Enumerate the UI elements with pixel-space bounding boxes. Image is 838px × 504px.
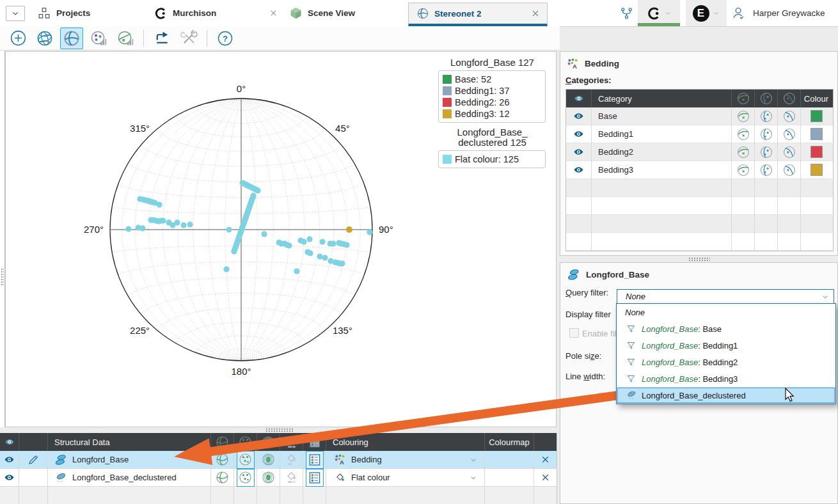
colour-cell[interactable] (801, 107, 832, 125)
pole-plot-toggle[interactable] (755, 107, 778, 125)
category-column-header[interactable]: Category (592, 90, 732, 107)
visibility-cell[interactable] (566, 107, 592, 125)
pole-plot-toggle[interactable] (755, 161, 778, 179)
dropdown-item-bedding1[interactable]: Longford_Base: Bedding1 (617, 337, 835, 354)
export-button[interactable] (150, 28, 173, 49)
tab-stereonet-2[interactable]: Stereonet 2 (408, 3, 548, 27)
toolbar-divider (207, 30, 207, 47)
visibility-cell[interactable] (566, 125, 592, 143)
3d-sphere-button[interactable] (33, 28, 56, 49)
legend-column-header[interactable] (303, 433, 326, 451)
user-menu[interactable]: Harper Greywacke (731, 0, 825, 26)
name-cell[interactable]: Longford_Base (48, 451, 211, 469)
poles-toggle[interactable] (234, 451, 257, 469)
splitter-grip[interactable] (688, 257, 710, 262)
id-button[interactable]: E (686, 0, 727, 26)
remove-row-button[interactable] (534, 451, 557, 469)
table-row-longford-base-declustered[interactable]: Longford_Base_declustered Flat colour (0, 469, 557, 487)
mean-plane-toggle[interactable] (732, 143, 755, 161)
nav-projects[interactable]: Projects (37, 0, 90, 26)
colouring-cell[interactable]: Flat colour (326, 469, 485, 487)
category-row-base[interactable]: Base (566, 107, 833, 125)
colour-format-button[interactable] (280, 451, 303, 469)
colour-format-button[interactable] (280, 469, 303, 487)
colourmap-cell[interactable] (485, 469, 534, 487)
mean-plane-toggle[interactable] (732, 161, 755, 179)
active-product-indicator (638, 23, 680, 26)
colour-format-column-header[interactable] (280, 433, 303, 451)
right-panel-splitter[interactable] (560, 256, 838, 262)
colour-column-header[interactable]: Colour (801, 90, 832, 107)
poles-toggle[interactable] (234, 469, 257, 487)
table-row-longford-base[interactable]: Longford_Base Bedding (0, 451, 557, 469)
contours-toggle[interactable] (257, 469, 280, 487)
tab-murchison[interactable]: Murchison (154, 0, 216, 26)
great-circle-toggle[interactable] (778, 161, 801, 179)
colourmap-column-header[interactable]: Colourmap (485, 433, 534, 451)
splitter-grip[interactable] (1, 268, 4, 286)
mean-plane-toggle[interactable] (732, 125, 755, 143)
new-stereonet-button[interactable] (6, 28, 29, 49)
colouring-cell[interactable]: Bedding (326, 451, 485, 469)
legend-toggle[interactable] (303, 469, 326, 487)
category-row-bedding1[interactable]: Bedding1 (566, 125, 833, 143)
eye-icon (573, 129, 584, 139)
dropdown-item-bedding3[interactable]: Longford_Base: Bedding3 (617, 370, 835, 387)
great-circle-toggle[interactable] (778, 125, 801, 143)
toolbar-divider (143, 30, 144, 47)
edit-cell[interactable] (19, 451, 48, 469)
splitter-grip[interactable] (265, 428, 294, 432)
visibility-cell[interactable] (566, 161, 592, 179)
name-cell[interactable]: Longford_Base_declustered (48, 469, 211, 487)
pole-plot-toggle[interactable] (755, 125, 778, 143)
central-product-button[interactable] (638, 0, 680, 26)
legend-toggle[interactable] (303, 451, 326, 469)
close-icon[interactable] (269, 8, 278, 18)
tab-scene-view[interactable]: Scene View (289, 0, 355, 26)
category-row-bedding3[interactable]: Bedding3 (566, 161, 833, 179)
colour-cell[interactable] (801, 143, 832, 161)
colourmap-cell[interactable] (485, 451, 534, 469)
query-filter-label: Query filter: (565, 288, 608, 297)
legend-label: Bedding3: 12 (455, 109, 509, 119)
planes-toggle[interactable] (211, 451, 234, 469)
visibility-cell[interactable] (0, 451, 19, 469)
dropdown-item-longford-base-declustered[interactable]: Longford_Base_declustered (617, 387, 835, 404)
planes-toggle[interactable] (211, 469, 234, 487)
contours-toggle[interactable] (257, 451, 280, 469)
horizontal-splitter[interactable] (0, 427, 557, 433)
enable-filter-checkbox[interactable] (569, 328, 579, 338)
poles-column-header[interactable] (234, 433, 257, 451)
colour-cell[interactable] (801, 125, 832, 143)
category-row-bedding2[interactable]: Bedding2 (566, 143, 833, 161)
close-icon[interactable] (530, 8, 541, 19)
structural-data-column-header[interactable]: Structural Data (48, 433, 211, 451)
colouring-column-header[interactable]: Colouring (326, 433, 485, 451)
visibility-cell[interactable] (566, 143, 592, 161)
pole-plot-column-header[interactable] (755, 90, 778, 107)
options-button[interactable] (177, 28, 200, 49)
stereonet-view-button[interactable] (60, 28, 83, 49)
contours-column-header[interactable] (257, 433, 280, 451)
great-circle-toggle[interactable] (778, 143, 801, 161)
dropdown-item-none[interactable]: None (617, 304, 835, 320)
help-button[interactable] (214, 28, 237, 49)
colour-cell[interactable] (801, 161, 832, 179)
workflow-branch-icon[interactable] (619, 6, 634, 20)
dropdown-item-base[interactable]: Longford_Base: Base (617, 320, 835, 337)
window-menu-button[interactable] (6, 6, 25, 21)
stereonet-statistics-button[interactable] (114, 28, 137, 49)
scatter-statistics-button[interactable] (87, 28, 110, 49)
visibility-cell[interactable] (0, 469, 19, 487)
visibility-column-header[interactable] (566, 90, 592, 107)
visibility-column-header[interactable] (0, 433, 19, 451)
pole-plot-toggle[interactable] (755, 143, 778, 161)
remove-row-button[interactable] (534, 469, 557, 487)
mean-plane-toggle[interactable] (732, 107, 755, 125)
mean-plane-column-header[interactable] (732, 90, 755, 107)
dropdown-item-bedding2[interactable]: Longford_Base: Bedding2 (617, 354, 835, 370)
great-circle-column-header[interactable] (778, 90, 801, 107)
great-circle-toggle[interactable] (778, 107, 801, 125)
planes-column-header[interactable] (211, 433, 234, 451)
query-filter-select[interactable]: None (617, 289, 834, 304)
